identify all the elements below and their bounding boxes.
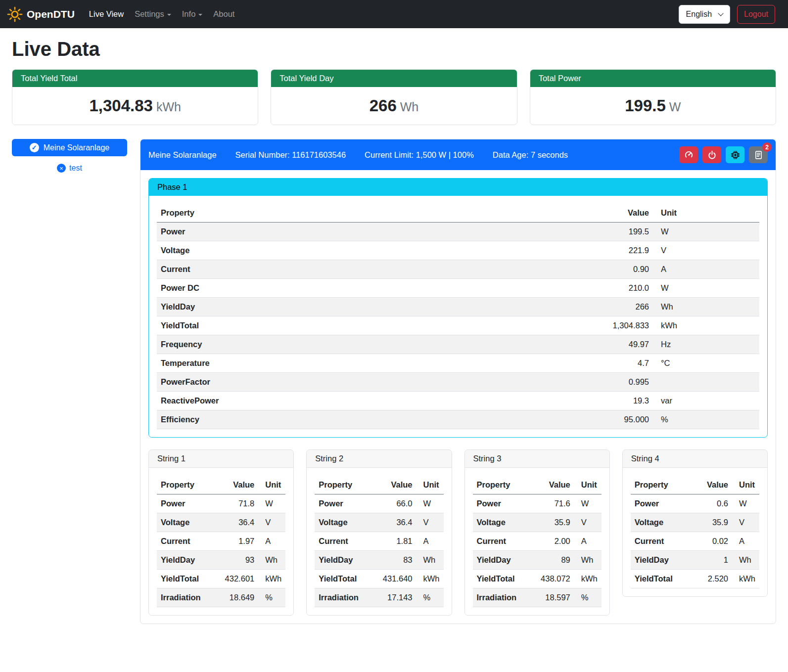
column-header-property: Property: [315, 476, 371, 494]
nav-item-info[interactable]: Info: [177, 5, 208, 23]
column-header-unit: Unit: [417, 476, 444, 494]
value-cell: 1: [693, 551, 732, 570]
value-cell: 432.601: [214, 570, 258, 588]
inverter-test-link[interactable]: test: [69, 164, 82, 173]
language-select[interactable]: English: [679, 5, 730, 24]
property-cell: Current: [315, 532, 371, 551]
table-row: Voltage35.9V: [473, 513, 602, 532]
property-cell: Power: [157, 223, 454, 241]
journal-icon: [754, 150, 763, 160]
value-cell: 0.995: [454, 373, 653, 392]
value-cell: 4.7: [454, 354, 653, 373]
unit-cell: kWh: [574, 570, 602, 588]
phase-card-body: Property Value Unit Power199.5WVoltage22…: [149, 196, 767, 437]
value-cell: 35.9: [693, 513, 732, 532]
unit-cell: W: [653, 223, 759, 241]
property-cell: Voltage: [631, 513, 693, 532]
property-cell: Voltage: [157, 513, 214, 532]
power-icon: [707, 150, 717, 160]
value-cell: 0.90: [454, 260, 653, 279]
table-row: YieldDay93Wh: [157, 551, 285, 570]
nav-item-about[interactable]: About: [208, 5, 240, 23]
unit-cell: %: [417, 588, 444, 607]
limit-settings-button[interactable]: [679, 146, 698, 163]
value-cell: 17.143: [371, 588, 416, 607]
value-cell: 89: [530, 551, 574, 570]
power-button[interactable]: [702, 146, 721, 163]
property-cell: YieldTotal: [631, 570, 693, 588]
property-cell: Current: [631, 532, 693, 551]
summary-value: 199.5: [625, 96, 666, 115]
device-info-button[interactable]: [726, 146, 744, 163]
unit-cell: W: [258, 494, 285, 513]
table-row: Current0.02A: [631, 532, 759, 551]
value-cell: 0.6: [693, 494, 732, 513]
page-title: Live Data: [12, 38, 776, 60]
unit-cell: A: [417, 532, 444, 551]
unit-cell: W: [732, 494, 759, 513]
chevron-down-icon: [167, 14, 171, 16]
property-cell: Frequency: [157, 335, 454, 354]
table-row: Voltage35.9V: [631, 513, 759, 532]
event-log-button[interactable]: 2: [749, 146, 768, 163]
nav-item-info-label: Info: [182, 9, 196, 18]
top-navbar: OpenDTU Live View Settings Info About En…: [0, 0, 788, 28]
logout-button[interactable]: Logout: [737, 5, 775, 24]
event-count-badge: 2: [762, 142, 772, 152]
cpu-icon: [731, 150, 740, 160]
table-row: Current2.00A: [473, 532, 602, 551]
inverter-name: Meine Solaranlage: [148, 150, 217, 160]
unit-cell: %: [258, 588, 285, 607]
strings-section: String 1 Property Value Unit: [148, 449, 768, 616]
value-cell: 95.000: [454, 410, 653, 429]
property-cell: Power: [631, 494, 693, 513]
table-header-row: Property Value Unit: [473, 476, 602, 494]
property-cell: Current: [157, 532, 214, 551]
value-cell: 266: [454, 298, 653, 316]
unit-cell: V: [417, 513, 444, 532]
unit-cell: A: [574, 532, 602, 551]
property-cell: YieldTotal: [473, 570, 530, 588]
property-cell: YieldTotal: [157, 316, 454, 335]
property-cell: PowerFactor: [157, 373, 454, 392]
value-cell: 1.97: [214, 532, 258, 551]
summary-card-title: Total Yield Day: [271, 70, 516, 87]
nav-item-live-view[interactable]: Live View: [84, 5, 129, 23]
inverter-limit: Current Limit: 1,500 W | 100%: [365, 150, 474, 160]
unit-cell: [653, 373, 759, 392]
summary-unit: W: [669, 100, 681, 114]
table-row: YieldDay266Wh: [157, 298, 759, 316]
unit-cell: %: [653, 410, 759, 429]
unit-cell: A: [258, 532, 285, 551]
property-cell: Current: [157, 260, 454, 279]
value-cell: 49.97: [454, 335, 653, 354]
table-header-row: Property Value Unit: [631, 476, 759, 494]
x-circle-icon[interactable]: ×: [57, 164, 66, 173]
property-cell: Efficiency: [157, 410, 454, 429]
value-cell: 221.9: [454, 241, 653, 260]
property-cell: YieldDay: [473, 551, 530, 570]
column-header-unit: Unit: [732, 476, 759, 494]
table-row: YieldDay83Wh: [315, 551, 443, 570]
inverter-card-header: Meine Solaranlage Serial Number: 1161716…: [140, 139, 776, 170]
column-header-unit: Unit: [653, 204, 759, 223]
string-card-title: String 4: [623, 450, 767, 468]
string-card-body: Property Value Unit Power66.0WVoltage36.…: [307, 468, 451, 615]
inverter-select-button[interactable]: ✓ Meine Solaranlage: [12, 139, 127, 156]
string-card-body: Property Value Unit Power71.6WVoltage35.…: [465, 468, 609, 615]
property-cell: Current: [473, 532, 530, 551]
unit-cell: kWh: [417, 570, 444, 588]
nav-item-settings-label: Settings: [135, 9, 164, 18]
brand-link[interactable]: OpenDTU: [7, 6, 75, 22]
summary-unit: kWh: [156, 100, 181, 114]
column-header-unit: Unit: [258, 476, 285, 494]
string-card-4: String 4 Property Value Unit: [622, 449, 768, 597]
property-cell: Power: [473, 494, 530, 513]
unit-cell: %: [574, 588, 602, 607]
value-cell: 36.4: [371, 513, 416, 532]
property-cell: Irradiation: [473, 588, 530, 607]
table-row: Current1.81A: [315, 532, 443, 551]
value-cell: 210.0: [454, 279, 653, 298]
string-table: Property Value Unit Power0.6WVoltage35.9…: [631, 476, 759, 588]
nav-item-settings[interactable]: Settings: [129, 5, 177, 23]
